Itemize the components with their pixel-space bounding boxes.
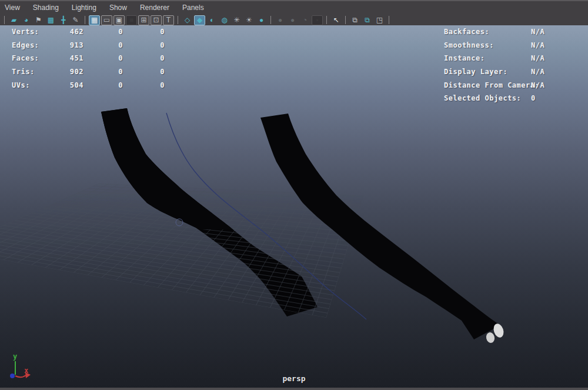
toolbar-divider <box>326 16 327 24</box>
textured-display-icon[interactable]: ◐ <box>206 15 218 25</box>
hud-row: Display Layer:N/A <box>444 65 562 79</box>
hud-label: Display Layer: <box>444 65 507 79</box>
hud-row: Distance From Camera:N/A <box>444 79 562 92</box>
bookmark-icon[interactable]: ⚑ <box>33 15 44 25</box>
hud-value: Verts: <box>12 25 64 39</box>
hud-value: 0 <box>83 39 123 52</box>
grid-toggle-icon[interactable]: ▦ <box>89 15 100 25</box>
safe-title-icon[interactable]: T <box>163 15 174 25</box>
hud-label: Instance: <box>444 52 485 65</box>
toolbar-divider <box>270 16 271 24</box>
hud-row: Edges:91300 <box>12 39 165 52</box>
wireframe-on-shaded-icon[interactable]: ◍ <box>219 15 230 25</box>
resolution-gate-icon[interactable]: ▣ <box>113 15 125 25</box>
use-all-lights-icon[interactable]: ☀ <box>243 15 255 25</box>
orbit-camera-icon[interactable]: ◕ <box>21 15 32 25</box>
hud-value: 0 <box>123 52 165 65</box>
hud-row: Selected Objects:0 <box>444 92 562 105</box>
hud-poly-count: Verts:46200Edges:91300Faces:45100Tris:90… <box>12 25 165 92</box>
exposure-icon[interactable]: ▪ <box>312 15 323 25</box>
isolate-selected-add-icon[interactable]: ⧉ <box>362 15 373 25</box>
hud-value: 504 <box>64 79 83 92</box>
hud-value: Tris: <box>12 65 64 79</box>
menu-shading[interactable]: Shading <box>33 4 65 12</box>
image-plane-icon[interactable]: ▩ <box>45 15 56 25</box>
wireframe-display-icon[interactable]: ◇ <box>182 15 193 25</box>
hud-value: N/A <box>531 65 544 79</box>
hud-value: 0 <box>123 39 165 52</box>
menu-renderer[interactable]: Renderer <box>140 4 176 12</box>
hud-row: Instance:N/A <box>444 52 562 65</box>
hud-label: Selected Objects: <box>444 92 521 105</box>
hud-value: 462 <box>64 25 83 39</box>
hud-value: 0 <box>83 65 123 79</box>
axis-x-label: x <box>24 366 28 375</box>
toolbar-divider <box>178 16 178 24</box>
hud-row: Smoothness:N/A <box>444 39 562 52</box>
toolbar-divider <box>389 16 389 24</box>
hud-value: 902 <box>64 65 83 79</box>
maya-viewport-window: View Shading Lighting Show Renderer Pane… <box>0 0 588 390</box>
hud-value: 451 <box>64 52 83 65</box>
camera-name-label: persp <box>0 374 588 383</box>
shaded-display-icon[interactable]: ◆ <box>194 15 205 25</box>
gate-mask-icon[interactable]: ■ <box>126 15 137 25</box>
menu-view[interactable]: View <box>5 4 26 12</box>
hud-value: Edges: <box>12 39 64 52</box>
select-camera-icon[interactable]: ▰ <box>8 15 19 25</box>
hud-value: UVs: <box>12 79 64 92</box>
panel-toolbar: ▰◕⚑▩╋✎▦▭▣■⊞⊡T◇◆◐◍✳☀●●●◔▪↖⧉⧉◳ <box>0 14 392 26</box>
toolbar-divider <box>85 16 85 24</box>
select-tool-icon[interactable]: ↖ <box>330 15 342 25</box>
screen-space-ao-icon[interactable]: ● <box>287 15 298 25</box>
hud-row: UVs:50400 <box>12 79 165 92</box>
hud-value: 0 <box>123 65 165 79</box>
hud-label: Smoothness: <box>444 39 494 52</box>
menu-show[interactable]: Show <box>109 4 133 12</box>
axis-y-label: y <box>13 352 17 361</box>
hud-value: 0 <box>123 79 165 92</box>
hud-value: N/A <box>531 52 544 65</box>
hud-value: 0 <box>531 92 536 105</box>
hud-object-details: Backfaces:N/ASmoothness:N/AInstance:N/AD… <box>444 25 562 105</box>
isolate-select-icon[interactable]: ⧉ <box>349 15 360 25</box>
hud-value: N/A <box>531 25 544 39</box>
default-material-icon[interactable]: ● <box>256 15 267 25</box>
hud-row: Backfaces:N/A <box>444 25 562 39</box>
panel-top-bars: View Shading Lighting Show Renderer Pane… <box>0 0 588 25</box>
hud-value: 0 <box>123 25 165 39</box>
hud-label: Backfaces: <box>444 25 489 39</box>
hud-row: Tris:90200 <box>12 65 165 79</box>
grease-pencil-icon[interactable]: ✎ <box>70 15 81 25</box>
hud-value: 0 <box>83 79 123 92</box>
toolbar-divider <box>345 16 346 24</box>
shadows-icon[interactable]: ● <box>275 15 286 25</box>
hud-label: Distance From Camera: <box>444 79 539 92</box>
film-gate-icon[interactable]: ▭ <box>101 15 112 25</box>
panel-bottom-edge <box>0 388 588 390</box>
menu-panels[interactable]: Panels <box>182 4 211 12</box>
panel-menubar: View Shading Lighting Show Renderer Pane… <box>0 2 217 14</box>
hud-value: Faces: <box>12 52 64 65</box>
hud-value: N/A <box>531 79 544 92</box>
safe-action-icon[interactable]: ⊡ <box>151 15 162 25</box>
viewport-canvas[interactable]: y x Verts:46200Edges:91300Faces:45100Tri… <box>0 25 588 390</box>
hud-row: Faces:45100 <box>12 52 165 65</box>
motion-blur-icon[interactable]: ◔ <box>299 15 310 25</box>
hud-value: 0 <box>83 52 123 65</box>
field-chart-icon[interactable]: ⊞ <box>138 15 149 25</box>
hud-value: 913 <box>64 39 83 52</box>
hud-value: N/A <box>531 39 544 52</box>
xray-display-icon[interactable]: ✳ <box>231 15 242 25</box>
menu-lighting[interactable]: Lighting <box>72 4 103 12</box>
isolate-remove-icon[interactable]: ◳ <box>374 15 385 25</box>
hud-value: 0 <box>83 25 123 39</box>
hud-row: Verts:46200 <box>12 25 165 39</box>
toolbar-divider <box>4 16 5 24</box>
pan-zoom-tool-icon[interactable]: ╋ <box>58 15 69 25</box>
